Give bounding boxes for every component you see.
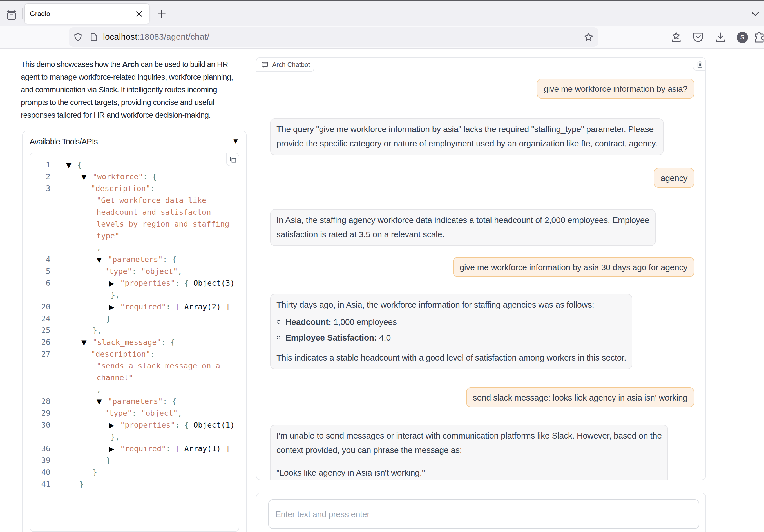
account-avatar[interactable]: S xyxy=(737,32,748,43)
json-token-punct: } xyxy=(106,314,110,323)
json-token-key: "required" xyxy=(120,302,166,311)
message-paragraph: give me workforce information by asia 30… xyxy=(460,260,687,274)
json-token-key: "parameters" xyxy=(108,255,163,264)
json-line: 26▼"slack_message": { xyxy=(30,336,239,348)
message-paragraph: "Looks like agency in Asia isn't working… xyxy=(277,465,662,480)
json-line: 27"description": xyxy=(30,348,239,360)
url-bar[interactable]: localhost:18083/agent/chat/ xyxy=(69,27,599,47)
firefox-view-button[interactable] xyxy=(6,8,17,20)
message-paragraph: give me workforce information by asia? xyxy=(544,82,687,96)
chat-message-user: give me workforce information by asia 30… xyxy=(270,257,694,277)
json-line: 40} xyxy=(30,466,239,478)
json-token-key: "type" xyxy=(104,267,132,275)
json-line-number: 36 xyxy=(30,443,50,454)
list-all-tabs-chevron-icon[interactable] xyxy=(750,9,760,19)
bot-bubble[interactable]: The query "give me workforce information… xyxy=(270,118,664,155)
bookmark-star-icon[interactable] xyxy=(584,32,593,42)
json-viewer: 1▼{2▼"workforce": {3"description":"Get w… xyxy=(30,153,239,532)
json-token-punct: : xyxy=(132,267,141,275)
json-token-str: "sends a slack message on a xyxy=(96,361,220,370)
bot-bubble[interactable]: I'm unable to send messages or interact … xyxy=(270,425,668,480)
tab-divider xyxy=(22,8,23,19)
json-token-str: "Get workforce data like xyxy=(96,196,206,205)
extensions-puzzle-icon[interactable] xyxy=(753,31,764,44)
json-line-number: 1 xyxy=(30,159,50,171)
close-tab-icon[interactable] xyxy=(133,8,145,19)
json-token-punct: : xyxy=(150,350,155,358)
json-line-number: 5 xyxy=(30,266,50,277)
json-token-punct: : { xyxy=(163,397,176,406)
collapse-node-arrow-icon[interactable]: ▼ xyxy=(96,254,108,266)
description-bold-text: Arch xyxy=(122,60,139,69)
chat-message-user: send slack message: looks liek agency in… xyxy=(270,387,694,407)
json-token-plain: Object(3) xyxy=(193,279,235,287)
shield-icon[interactable] xyxy=(74,33,82,41)
accordion-collapse-arrow-icon[interactable]: ▼ xyxy=(232,137,239,145)
gradio-page: This demo showcases how the Arch can be … xyxy=(0,49,764,532)
bot-bubble[interactable]: Thirty days ago, in Asia, the workforce … xyxy=(270,294,632,369)
expand-node-arrow-icon[interactable]: ▶ xyxy=(109,443,120,455)
browser-tab-bar: Gradio xyxy=(0,1,764,26)
pocket-icon[interactable] xyxy=(692,31,704,44)
copy-icon xyxy=(230,156,236,163)
json-line: 5"type": "object", xyxy=(30,266,239,277)
app-description: This demo showcases how the Arch can be … xyxy=(21,58,263,121)
json-token-punct: : xyxy=(150,184,155,193)
user-bubble[interactable]: give me workforce information by asia 30… xyxy=(453,257,694,277)
message-paragraph: send slack message: looks liek agency in… xyxy=(473,390,687,405)
json-line: 4▼"parameters": { xyxy=(30,254,239,266)
collapse-node-arrow-icon[interactable]: ▼ xyxy=(81,171,93,183)
user-bubble[interactable]: give me workforce information by asia? xyxy=(537,79,694,98)
message-paragraph: Thirty days ago, in Asia, the workforce … xyxy=(277,297,626,312)
copy-button[interactable] xyxy=(226,153,239,166)
json-token-key: "workforce" xyxy=(93,172,143,181)
description-text: agent to manage workforce-related inquir… xyxy=(21,73,233,82)
json-token-punct: : { xyxy=(161,338,175,346)
page-icon[interactable] xyxy=(90,33,98,41)
json-token-key: "parameters" xyxy=(108,397,163,406)
json-line-number: 39 xyxy=(30,454,50,466)
trash-icon xyxy=(697,61,703,68)
json-line: 36▶"required": [ Array(1) ] xyxy=(30,443,239,454)
expand-node-arrow-icon[interactable]: ▶ xyxy=(109,277,120,289)
chat-input[interactable] xyxy=(268,499,699,529)
new-tab-button[interactable] xyxy=(156,8,167,19)
json-line: 29"type": "object", xyxy=(30,407,239,419)
url-text[interactable]: localhost:18083/agent/chat/ xyxy=(103,27,209,47)
json-line: headcount and satisfacton xyxy=(30,206,239,218)
message-paragraph: In Asia, the staffing agency workforce d… xyxy=(277,213,650,242)
expand-node-arrow-icon[interactable]: ▶ xyxy=(109,301,120,313)
json-token-punct: { xyxy=(78,160,82,169)
collapse-node-arrow-icon[interactable]: ▼ xyxy=(96,396,108,408)
collapse-node-arrow-icon[interactable]: ▼ xyxy=(81,337,93,348)
chatbot-label: Arch Chatbot xyxy=(257,58,314,72)
chat-message-bot: Thirty days ago, in Asia, the workforce … xyxy=(270,294,694,369)
json-line: "Get workforce data like xyxy=(30,195,239,206)
user-bubble[interactable]: agency xyxy=(654,168,694,188)
bot-bubble[interactable]: In Asia, the staffing agency workforce d… xyxy=(270,209,656,246)
message-list: Headcount: 1,000 employeesEmployee Satis… xyxy=(277,315,626,345)
json-token-bracket: [ xyxy=(175,444,184,453)
json-token-str: "object" xyxy=(141,409,178,418)
download-icon[interactable] xyxy=(714,31,726,44)
json-line: }, xyxy=(30,289,239,301)
json-token-punct: }, xyxy=(93,326,102,335)
user-bubble[interactable]: send slack message: looks liek agency in… xyxy=(466,387,694,407)
json-line: 25}, xyxy=(30,324,239,336)
json-token-punct: } xyxy=(106,456,110,465)
browser-tab[interactable]: Gradio xyxy=(25,4,149,24)
description-text: responses tailored for HR and workforce … xyxy=(21,110,211,119)
json-token-key: "properties" xyxy=(120,421,175,429)
collapse-node-arrow-icon[interactable]: ▼ xyxy=(66,159,78,171)
message-paragraph: This indicates a stable headcount with a… xyxy=(277,350,626,365)
description-text: This demo showcases how the xyxy=(21,60,122,69)
expand-node-arrow-icon[interactable]: ▶ xyxy=(109,420,120,431)
description-line: and communication via Slack. It intellig… xyxy=(21,83,263,96)
clear-chat-button[interactable] xyxy=(693,58,705,71)
json-line-number: 20 xyxy=(30,301,50,313)
save-to-toolbar-star-icon[interactable] xyxy=(670,31,682,44)
json-line: 6▶"properties": { Object(3) xyxy=(30,277,239,289)
chatbot-label-text: Arch Chatbot xyxy=(272,58,310,72)
tab-title: Gradio xyxy=(30,4,50,24)
accordion-header[interactable]: Available Tools/APIs ▼ xyxy=(23,131,246,153)
